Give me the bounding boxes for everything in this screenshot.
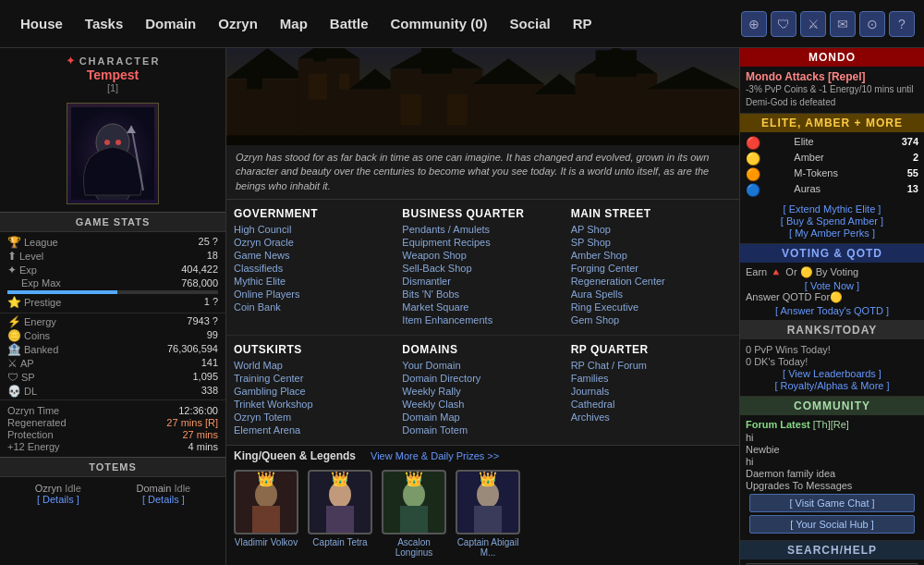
banner-caption: Ozryn has stood for as far back in time … [226, 145, 739, 200]
nav-community[interactable]: Community (0) [379, 10, 498, 37]
energy-regen-label: +12 Energy [7, 441, 60, 452]
nav-gem-shop[interactable]: Gem Shop [571, 314, 732, 325]
answer-qotd-link[interactable]: [ Answer Today's QOTD ] [746, 305, 918, 316]
voting-text: Earn 🔺 Or 🟡 By Voting [746, 266, 918, 278]
nav-ozryn[interactable]: Ozryn [207, 10, 269, 37]
totem-domain: Domain Idle [ Details ] [137, 483, 191, 505]
nav-weapon-shop[interactable]: Weapon Shop [402, 250, 563, 261]
nav-archives[interactable]: Archives [571, 411, 732, 423]
nav-icon-3[interactable]: ⚔ [800, 11, 826, 37]
extend-elite-link[interactable]: [ Extend Mythic Elite ] [746, 203, 918, 215]
totem-domain-name: Domain [137, 483, 172, 494]
outskirts-title: OUTSKIRTS [234, 343, 395, 356]
nav-classifieds[interactable]: Classifieds [234, 263, 395, 274]
nav-amber-shop[interactable]: Amber Shop [571, 250, 732, 261]
nav-domain-directory[interactable]: Domain Directory [402, 373, 563, 384]
nav-map[interactable]: Map [269, 10, 319, 37]
nav-ozryn-oracle[interactable]: Ozryn Oracle [234, 237, 395, 248]
king-3-name[interactable]: Ascalon Longinus [382, 537, 446, 558]
nav-sell-back[interactable]: Sell-Back Shop [402, 263, 563, 274]
nav-icon-4[interactable]: ✉ [830, 11, 856, 37]
nav-your-domain[interactable]: Your Domain [402, 360, 563, 371]
nav-tasks[interactable]: Tasks [74, 10, 134, 37]
protection-row: Protection 27 mins [7, 429, 218, 440]
ozryn-time-row: Ozryn Time 12:36:00 [7, 405, 218, 416]
nav-equipment-recipes[interactable]: Equipment Recipes [402, 237, 563, 248]
king-4-name[interactable]: Captain Abigail M... [456, 537, 520, 558]
nav-rp-chat[interactable]: RP Chat / Forum [571, 360, 732, 371]
nav-domain-totem[interactable]: Domain Totem [402, 424, 563, 436]
nav-mythic-elite[interactable]: Mythic Elite [234, 276, 395, 287]
svg-point-4 [116, 140, 121, 145]
nav-regen-center[interactable]: Regeneration Center [571, 276, 732, 287]
visit-game-chat-btn[interactable]: [ Visit Game Chat ] [749, 494, 915, 512]
nav-journals[interactable]: Journals [571, 386, 732, 397]
king-2-name[interactable]: Captain Tetra [312, 537, 367, 547]
social-hub-btn[interactable]: [ Your Social Hub ] [749, 515, 915, 534]
league-value: 25 ? [125, 236, 218, 249]
nav-bits-n-bobs[interactable]: Bits 'N' Bobs [402, 289, 563, 300]
nav-trinket-workshop[interactable]: Trinket Workshop [234, 399, 395, 410]
nav-sp-shop[interactable]: SP Shop [571, 237, 732, 248]
nav-domain-map[interactable]: Domain Map [402, 411, 563, 423]
nav-domain[interactable]: Domain [134, 10, 207, 37]
nav-families[interactable]: Families [571, 373, 732, 384]
nav-social[interactable]: Social [498, 10, 561, 37]
nav-gambling-place[interactable]: Gambling Place [234, 386, 395, 397]
king-1-name[interactable]: Vladimir Volkov [235, 537, 298, 547]
nav-cathedral[interactable]: Cathedral [571, 399, 732, 410]
government-title: GOVERNMENT [234, 207, 395, 220]
exp-label: ✦Exp [7, 264, 117, 276]
nav-training-center[interactable]: Training Center [234, 373, 395, 384]
game-stats-title: GAME STATS [0, 212, 225, 232]
nav-world-map[interactable]: World Map [234, 360, 395, 371]
exp-bar [7, 290, 218, 294]
nav-icon-help[interactable]: ? [889, 11, 915, 37]
nav-coin-bank[interactable]: Coin Bank [234, 301, 395, 313]
king-4-crown: 👑 [479, 470, 497, 487]
nav-ring-executive[interactable]: Ring Executive [571, 301, 732, 313]
nav-market-square[interactable]: Market Square [402, 301, 563, 313]
leaderboards-link[interactable]: [ View Leaderboards ] [746, 368, 918, 379]
nav-online-players[interactable]: Online Players [234, 289, 395, 300]
nav-icon-2[interactable]: 🛡 [771, 11, 796, 37]
nav-game-news[interactable]: Game News [234, 250, 395, 261]
nav-ozryn-totem[interactable]: Ozryn Totem [234, 411, 395, 423]
nav-col-business: BUSINESS QUARTER Pendants / Amulets Equi… [402, 207, 563, 327]
kings-more-link[interactable]: View More & Daily Prizes >> [371, 450, 499, 461]
nav-icon-1[interactable]: ⊕ [741, 11, 767, 37]
nav-aura-spells[interactable]: Aura Spells [571, 289, 732, 300]
totem-ozryn-link[interactable]: [ Details ] [35, 494, 81, 505]
prestige-value: 1 ? [125, 296, 218, 309]
auras-val: 13 [871, 183, 918, 197]
left-sidebar: ✦ CHARACTER Tempest [1] [0, 48, 226, 565]
nav-ap-shop[interactable]: AP Shop [571, 224, 732, 235]
nav-forging-center[interactable]: Forging Center [571, 263, 732, 274]
nav-house[interactable]: House [9, 10, 74, 37]
buy-amber-link[interactable]: [ Buy & Spend Amber ] [746, 215, 918, 227]
nav-rp[interactable]: RP [562, 10, 603, 37]
banner-image [226, 48, 739, 145]
mondo-attack[interactable]: Mondo Attacks [Repel] [746, 70, 918, 83]
nav-weekly-rally[interactable]: Weekly Rally [402, 386, 563, 397]
amber-perks-link[interactable]: [ My Amber Perks ] [746, 227, 918, 239]
search-content [740, 559, 924, 565]
nav-icon-5[interactable]: ⊙ [859, 11, 885, 37]
rp-quarter-title: RP QUARTER [571, 343, 732, 356]
nav-high-council[interactable]: High Council [234, 224, 395, 235]
nav-item-enhancements[interactable]: Item Enhancements [402, 314, 563, 325]
character-icon: ✦ [66, 54, 76, 68]
nav-element-arena[interactable]: Element Arena [234, 424, 395, 436]
nav-battle[interactable]: Battle [319, 10, 380, 37]
kings-title: King/Queen & Legends [234, 449, 356, 462]
domains-title: DOMAINS [402, 343, 563, 356]
vote-now-link[interactable]: [ Vote Now ] [746, 280, 918, 291]
nav-weekly-clash[interactable]: Weekly Clash [402, 399, 563, 410]
nav-pendants[interactable]: Pendants / Amulets [402, 224, 563, 235]
totem-domain-link[interactable]: [ Details ] [137, 494, 191, 505]
royalty-link[interactable]: [ Royalty/Alphas & More ] [746, 380, 918, 391]
mondo-title: MONDO [740, 48, 924, 67]
character-name[interactable]: Tempest [4, 68, 222, 82]
nav-dismantler[interactable]: Dismantler [402, 276, 563, 287]
svg-rect-35 [252, 506, 280, 534]
